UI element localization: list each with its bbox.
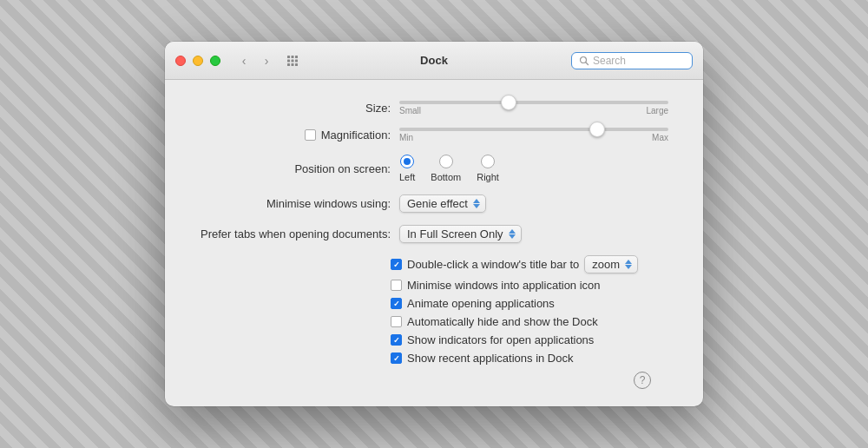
show-recent-row: Show recent applications in Dock (391, 352, 668, 365)
double-click-checkbox-label[interactable]: Double-click a window's title bar to (391, 258, 579, 271)
position-left-label: Left (399, 172, 415, 182)
size-slider[interactable] (399, 101, 668, 104)
prefer-tabs-arrow-up-icon (509, 229, 516, 234)
minimise-icon-label-text: Minimise windows into application icon (407, 279, 601, 292)
position-left-radio[interactable] (400, 155, 414, 168)
size-slider-container: Small Large (399, 101, 668, 115)
titlebar: ‹ › Dock (165, 42, 703, 80)
svg-line-10 (586, 62, 589, 64)
zoom-arrow (625, 260, 632, 269)
position-bottom: Bottom (431, 155, 461, 182)
magnification-slider-container: Min Max (399, 128, 668, 142)
minimise-label: Minimise windows using: (200, 197, 391, 210)
position-radio-group: Left Bottom Right (399, 155, 515, 182)
show-indicators-row: Show indicators for open applications (391, 333, 668, 346)
show-indicators-label[interactable]: Show indicators for open applications (391, 333, 668, 346)
preferences-window: ‹ › Dock (165, 42, 703, 406)
animate-checkbox[interactable] (391, 298, 402, 309)
minimise-select-value: Genie effect (407, 197, 468, 210)
maximize-button[interactable] (210, 56, 220, 66)
show-indicators-checkbox[interactable] (391, 334, 402, 346)
svg-rect-6 (287, 63, 290, 66)
help-button[interactable]: ? (634, 372, 651, 389)
magnification-max-label: Max (652, 133, 668, 142)
position-bottom-radio[interactable] (439, 155, 453, 168)
magnification-min-label: Min (399, 133, 413, 142)
prefer-tabs-label: Prefer tabs when opening documents: (200, 227, 391, 240)
auto-hide-row: Automatically hide and show the Dock (391, 315, 668, 328)
magnification-slider[interactable] (399, 128, 668, 131)
magnification-checkbox[interactable] (305, 129, 316, 141)
size-slider-labels: Small Large (399, 106, 668, 115)
minimise-row: Minimise windows using: Genie effect (165, 194, 703, 213)
window-title: Dock (420, 54, 448, 67)
position-right-radio[interactable] (481, 155, 495, 168)
minimise-icon-label[interactable]: Minimise windows into application icon (391, 279, 668, 292)
position-left: Left (399, 155, 415, 182)
show-indicators-label-text: Show indicators for open applications (407, 333, 594, 346)
show-recent-label-text: Show recent applications in Dock (407, 352, 574, 365)
svg-rect-8 (295, 63, 298, 66)
auto-hide-label[interactable]: Automatically hide and show the Dock (391, 315, 668, 328)
magnification-label-area: Magnification: (200, 128, 391, 142)
checkboxes-area: Double-click a window's title bar to zoo… (165, 255, 703, 389)
prefer-tabs-arrow (509, 229, 516, 239)
magnification-row: Magnification: Min Max (165, 128, 703, 142)
magnification-checkbox-label[interactable]: Magnification: (305, 128, 391, 142)
size-label: Size: (200, 102, 391, 115)
arrow-up-icon (473, 199, 480, 203)
svg-rect-5 (295, 59, 298, 62)
size-row: Size: Small Large (165, 101, 703, 115)
minimise-select-arrow (473, 199, 480, 208)
double-click-checkbox[interactable] (391, 259, 402, 270)
minimise-icon-row: Minimise windows into application icon (391, 279, 668, 292)
prefer-tabs-arrow-down-icon (509, 234, 516, 239)
grid-button[interactable] (283, 51, 302, 70)
magnification-slider-labels: Min Max (399, 133, 668, 142)
close-button[interactable] (175, 56, 186, 66)
help-area: ? (200, 372, 668, 389)
forward-button[interactable]: › (257, 51, 276, 70)
svg-rect-7 (292, 63, 294, 66)
svg-rect-2 (295, 56, 298, 58)
animate-row: Animate opening applications (391, 297, 668, 310)
auto-hide-label-text: Automatically hide and show the Dock (407, 315, 598, 328)
content-area: Size: Small Large Magnification: Mi (165, 80, 703, 406)
zoom-arrow-up-icon (625, 260, 632, 264)
svg-rect-3 (287, 59, 290, 62)
magnification-label-text: Magnification: (321, 128, 391, 142)
svg-rect-0 (287, 56, 290, 58)
position-row: Position on screen: Left Bottom Right (165, 155, 703, 182)
traffic-lights (175, 56, 220, 66)
search-input[interactable] (593, 55, 685, 67)
position-right-label: Right (477, 172, 499, 182)
svg-rect-1 (292, 56, 294, 58)
minimize-button[interactable] (193, 56, 203, 66)
position-bottom-label: Bottom (431, 172, 461, 182)
prefer-tabs-select-value: In Full Screen Only (407, 227, 503, 240)
auto-hide-checkbox[interactable] (391, 316, 402, 327)
show-recent-checkbox[interactable] (391, 352, 402, 364)
minimise-icon-checkbox[interactable] (391, 280, 402, 291)
zoom-arrow-down-icon (625, 265, 632, 269)
position-right: Right (477, 155, 499, 182)
minimise-select[interactable]: Genie effect (399, 194, 486, 213)
animate-label[interactable]: Animate opening applications (391, 297, 668, 310)
double-click-row: Double-click a window's title bar to zoo… (391, 255, 668, 273)
search-box[interactable] (571, 52, 693, 69)
zoom-select-value: zoom (592, 258, 620, 271)
zoom-select[interactable]: zoom (584, 255, 638, 273)
arrow-down-icon (473, 204, 480, 208)
double-click-label-text: Double-click a window's title bar to (407, 258, 579, 271)
animate-label-text: Animate opening applications (407, 297, 555, 310)
position-label: Position on screen: (200, 162, 391, 175)
nav-buttons: ‹ › (234, 51, 276, 70)
prefer-tabs-select[interactable]: In Full Screen Only (399, 225, 522, 243)
size-max-label: Large (646, 106, 668, 115)
svg-rect-4 (292, 59, 294, 62)
size-min-label: Small (399, 106, 421, 115)
show-recent-label[interactable]: Show recent applications in Dock (391, 352, 668, 365)
prefer-tabs-row: Prefer tabs when opening documents: In F… (165, 225, 703, 243)
search-icon (579, 56, 589, 66)
back-button[interactable]: ‹ (234, 51, 253, 70)
